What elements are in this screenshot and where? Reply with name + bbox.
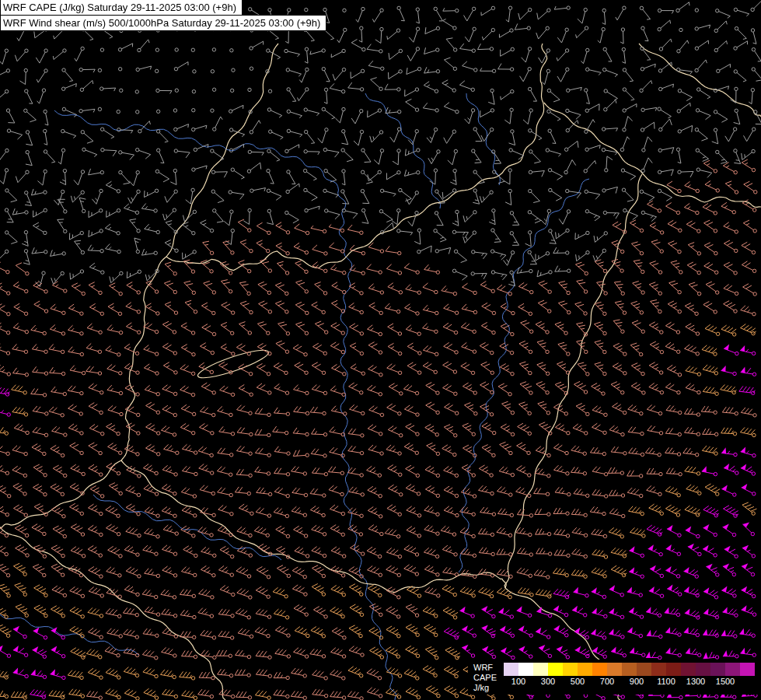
legend-swatch	[592, 663, 607, 676]
legend-tick: 1100	[657, 677, 675, 686]
legend-swatch	[651, 663, 666, 676]
legend-label-model: WRF	[473, 663, 497, 673]
legend-swatches	[504, 663, 755, 676]
legend-tick: 100	[511, 677, 525, 686]
title-box: WRF CAPE (J/kg) Saturday 29-11-2025 03:0…	[0, 0, 326, 31]
cape-legend: WRF CAPE J/kg 10030050070090011001300150…	[468, 660, 759, 695]
title-cape-line: WRF CAPE (J/kg) Saturday 29-11-2025 03:0…	[0, 0, 243, 16]
legend-tick: 1500	[716, 677, 735, 686]
legend-swatch	[710, 663, 725, 676]
legend-tick: 700	[600, 677, 614, 686]
legend-swatch	[740, 663, 755, 676]
legend-swatch	[666, 663, 681, 676]
legend-swatch	[578, 663, 592, 676]
legend-swatch	[504, 663, 518, 676]
legend-tick: 1300	[686, 677, 705, 686]
legend-swatch	[622, 663, 637, 676]
legend-swatch	[563, 663, 578, 676]
legend-tick: 900	[630, 677, 644, 686]
legend-ticks: 100300500700900110013001500	[504, 676, 755, 687]
legend-swatch	[725, 663, 740, 676]
legend-swatch	[533, 663, 548, 676]
weather-map-canvas	[0, 0, 761, 700]
legend-label-unit: J/kg	[473, 683, 497, 693]
legend-swatch	[696, 663, 710, 676]
title-shear-line: WRF Wind shear (m/s) 500/1000hPa Saturda…	[0, 15, 326, 31]
legend-swatch	[681, 663, 696, 676]
legend-scale: 100300500700900110013001500	[504, 663, 755, 687]
legend-label: WRF CAPE J/kg	[473, 663, 497, 693]
weather-map-page: WRF CAPE (J/kg) Saturday 29-11-2025 03:0…	[0, 0, 761, 700]
legend-swatch	[607, 663, 622, 676]
legend-tick: 500	[571, 677, 585, 686]
legend-swatch	[548, 663, 563, 676]
legend-tick: 300	[541, 677, 555, 686]
legend-swatch	[637, 663, 651, 676]
legend-label-param: CAPE	[473, 673, 497, 683]
legend-swatch	[518, 663, 533, 676]
